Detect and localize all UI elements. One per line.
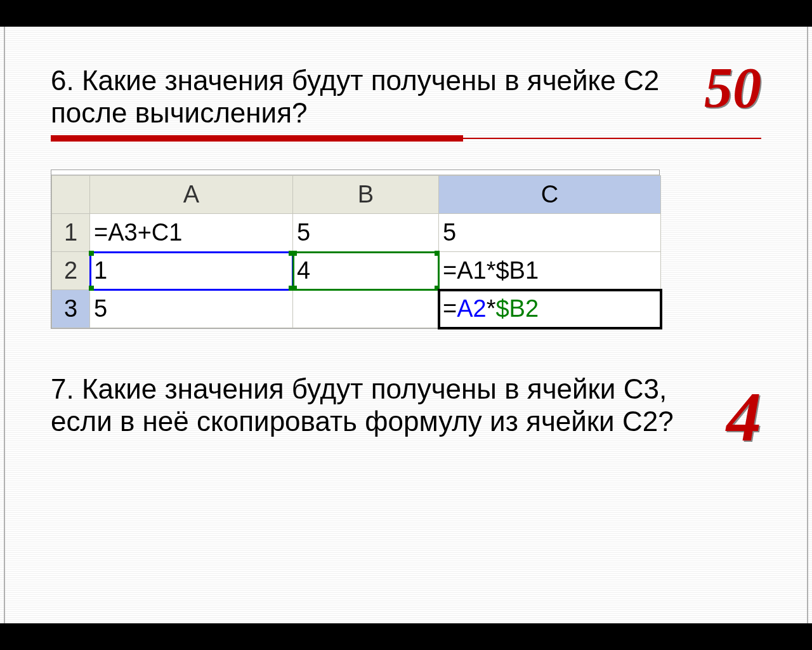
corner-cell[interactable]	[52, 176, 90, 214]
cell-a3[interactable]: 5	[90, 290, 293, 328]
row-header-2[interactable]: 2	[52, 252, 90, 290]
question-6-row: 6. Какие значения будут получены в ячейк…	[51, 65, 761, 129]
question-6-text: 6. Какие значения будут получены в ячейк…	[51, 65, 698, 129]
cell-b1[interactable]: 5	[293, 214, 439, 252]
cell-c3[interactable]: =A2*$B2	[439, 290, 661, 328]
question-6-answer: 50	[704, 62, 761, 114]
question-7-row: 7. Какие значения будут получены в ячейк…	[51, 373, 761, 449]
col-header-a[interactable]: A	[90, 176, 293, 214]
cell-c1[interactable]: 5	[439, 214, 661, 252]
rule-divider-1	[51, 134, 761, 143]
row-header-3[interactable]: 3	[52, 290, 90, 328]
col-header-c[interactable]: C	[439, 176, 661, 214]
slide: 6. Какие значения будут получены в ячейк…	[0, 27, 812, 623]
question-7-text: 7. Какие значения будут получены в ячейк…	[51, 373, 720, 437]
col-header-b[interactable]: B	[293, 176, 439, 214]
spreadsheet: A B C 1 =A3+C1 5 5 2 1 4	[51, 169, 660, 329]
cell-c2[interactable]: =A1*$B1	[439, 252, 661, 290]
cell-b3[interactable]	[293, 290, 439, 328]
cell-b2[interactable]: 4	[293, 252, 439, 290]
cell-a1[interactable]: =A3+C1	[90, 214, 293, 252]
cell-a2[interactable]: 1	[90, 252, 293, 290]
row-header-1[interactable]: 1	[52, 214, 90, 252]
question-7-answer: 4	[726, 386, 761, 449]
